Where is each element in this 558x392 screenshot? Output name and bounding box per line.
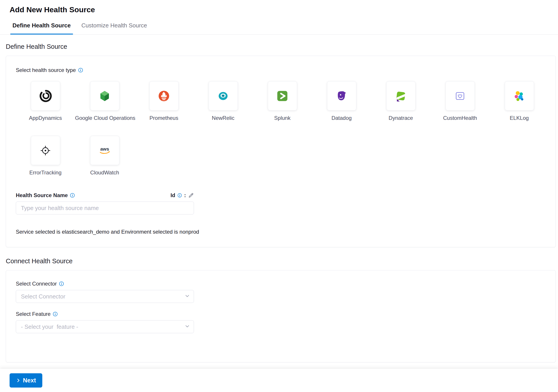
aws-logo-text: aws [100, 146, 109, 151]
edit-pencil-icon[interactable] [188, 192, 194, 198]
prometheus-icon [149, 81, 179, 111]
source-option-newrelic[interactable]: NewRelic [193, 81, 253, 121]
define-section-heading: Define Health Source [6, 43, 556, 50]
define-health-source-card: Select health source type AppDynamics [6, 56, 556, 247]
select-connector-label: Select Connector [16, 281, 57, 287]
info-icon[interactable] [53, 312, 58, 316]
source-option-splunk[interactable]: Splunk [253, 81, 312, 121]
google-cloud-operations-icon [90, 81, 119, 111]
select-health-source-type-label: Select health source type [16, 67, 76, 73]
source-option-customhealth[interactable]: CustomHealth [430, 81, 490, 121]
source-option-dynatrace[interactable]: Dynatrace [371, 81, 430, 121]
splunk-icon [268, 81, 297, 111]
name-and-id-row: Health Source Name Id : [16, 192, 194, 199]
id-colon: : [184, 192, 186, 199]
health-source-type-grid: AppDynamics Google Cloud Operations [16, 81, 551, 176]
newrelic-icon [209, 81, 238, 111]
connector-select[interactable]: Select Connector [16, 290, 194, 303]
source-option-cloudwatch[interactable]: aws CloudWatch [75, 136, 134, 176]
footer-bar: Next [0, 369, 558, 392]
page-title: Add New Health Source [9, 5, 558, 14]
id-group: Id : [171, 192, 194, 199]
chevron-down-icon [184, 323, 190, 330]
health-source-name-label: Health Source Name [16, 192, 68, 199]
cloudwatch-icon: aws [90, 136, 119, 165]
tab-customize-health-source[interactable]: Customize Health Source [81, 22, 147, 34]
info-icon[interactable] [78, 68, 83, 73]
appdynamics-icon [31, 81, 60, 111]
datadog-icon [327, 81, 356, 111]
info-icon[interactable] [70, 193, 75, 198]
source-option-appdynamics[interactable]: AppDynamics [16, 81, 75, 121]
connect-health-source-card: Select Connector Select Connector Select… [6, 270, 556, 362]
main-content: Define Health Source Select health sourc… [0, 43, 558, 362]
info-icon[interactable] [59, 281, 64, 286]
next-button-label: Next [23, 377, 36, 384]
source-option-errortracking[interactable]: ErrorTracking [16, 136, 75, 176]
feature-select[interactable]: - Select your feature - [16, 320, 194, 333]
connect-section-heading: Connect Health Source [6, 257, 556, 265]
dynatrace-icon [386, 81, 416, 111]
tab-bar: Define Health Source Customize Health So… [0, 18, 558, 35]
source-option-datadog[interactable]: Datadog [312, 81, 371, 121]
chevron-down-icon [184, 293, 190, 300]
elklog-icon [505, 81, 534, 111]
next-button[interactable]: Next [9, 373, 42, 388]
select-feature-label: Select Feature [16, 311, 51, 317]
health-source-name-input[interactable] [16, 201, 194, 215]
id-label: Id [171, 192, 175, 199]
info-icon[interactable] [177, 193, 182, 198]
errortracking-icon [31, 136, 60, 165]
customhealth-icon [445, 81, 475, 111]
page-header: Add New Health Source [0, 0, 558, 18]
source-option-prometheus[interactable]: Prometheus [134, 81, 193, 121]
service-environment-note: Service selected is elasticsearch_demo a… [16, 229, 551, 235]
chevron-right-icon [16, 378, 21, 383]
source-option-elklog[interactable]: ELKLog [490, 81, 549, 121]
source-option-google-cloud-operations[interactable]: Google Cloud Operations [75, 81, 134, 121]
tab-define-health-source[interactable]: Define Health Source [12, 22, 71, 34]
